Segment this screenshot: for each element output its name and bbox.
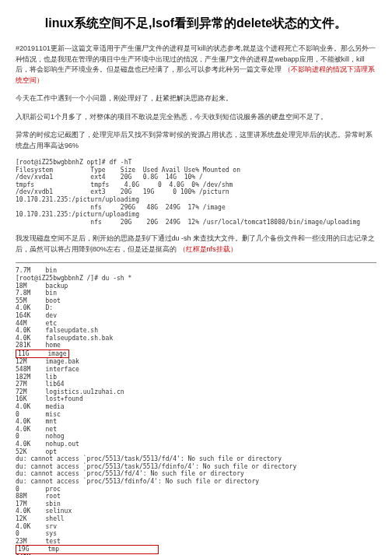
paragraph-1: 今天在工作中遇到一个小问题，刚处理好了，赶紧把解决思路存起来。 bbox=[16, 93, 376, 104]
red-box-tmp: 19G tmp bbox=[16, 545, 159, 554]
page-title: linux系统空间不足,lsof看到异常的delete状态的文件。 bbox=[16, 16, 376, 32]
p4-red: （红框是nfs挂载） bbox=[179, 245, 237, 253]
du-output: 7.7M bin [root@iZ25bwgbbnhZ /]# du -sh *… bbox=[16, 267, 376, 555]
paragraph-2: 入职新公司1个月多了，对整体的项目不敢说是完全熟悉，今天收到短信说服务器的硬盘空… bbox=[16, 112, 376, 123]
divider bbox=[16, 262, 376, 263]
paragraph-4: 我发现磁盘空间不足后，刚开始的思路是到/下通过du -sh 来查找大文件。删了几… bbox=[16, 234, 376, 255]
paragraph-3: 异常的时候忘记截图了，处理完毕后又找不到异常时候的资源占用状态，这里讲系统盘处理… bbox=[16, 130, 376, 151]
df-output: [root@iZ25bwgbbnhZ opt]# df -hT Filesyst… bbox=[16, 159, 376, 226]
red-box-image: 11G image bbox=[16, 350, 69, 359]
update-note: #20191101更新---这篇文章适用于产生僵尸文件的进程是可kill的状态参… bbox=[16, 44, 376, 86]
